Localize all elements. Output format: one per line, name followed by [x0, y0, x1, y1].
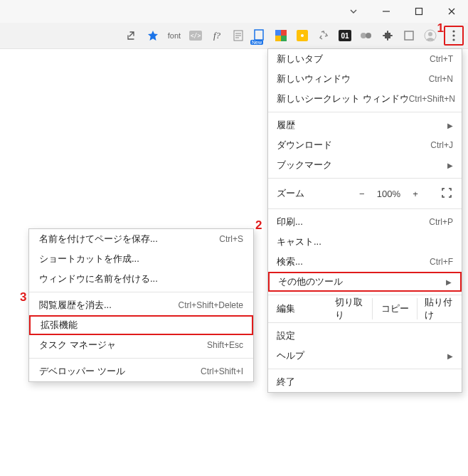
- menu-exit[interactable]: 終了: [268, 372, 462, 392]
- share-icon[interactable]: [124, 28, 139, 43]
- ext-font-icon[interactable]: font: [166, 28, 182, 43]
- svg-rect-11: [275, 36, 281, 41]
- svg-rect-19: [405, 31, 413, 40]
- svg-point-21: [428, 32, 432, 36]
- window-titlebar: [0, 0, 468, 23]
- ext-code-icon[interactable]: </>: [188, 28, 203, 43]
- browser-toolbar: font </> f? New 01: [0, 23, 468, 49]
- svg-point-17: [361, 33, 366, 38]
- separator: [29, 292, 253, 292]
- ext-new-icon[interactable]: New: [252, 28, 267, 43]
- menu-help[interactable]: ヘルプ▶: [268, 346, 462, 366]
- separator: [268, 178, 462, 179]
- ext-f-icon[interactable]: f?: [209, 28, 225, 43]
- submenu-clear-history[interactable]: 閲覧履歴を消去...Ctrl+Shift+Delete: [29, 295, 253, 315]
- callout-3: 3: [20, 290, 26, 305]
- edit-paste[interactable]: 貼り付け: [418, 298, 462, 319]
- svg-point-22: [452, 30, 454, 32]
- callout-2: 2: [255, 218, 262, 233]
- svg-rect-8: [255, 30, 263, 40]
- menu-edit-row: 編集 切り取り コピー 貼り付け: [268, 298, 462, 319]
- submenu-dev-tools[interactable]: デベロッパー ツールCtrl+Shift+I: [29, 361, 253, 381]
- ext-yellow-icon[interactable]: [294, 28, 310, 43]
- separator: [268, 112, 462, 112]
- menu-history[interactable]: 履歴▶: [268, 115, 462, 135]
- callout-1: 1: [437, 21, 444, 36]
- menu-find[interactable]: 検索...Ctrl+F: [268, 252, 462, 272]
- ext-01-icon[interactable]: 01: [337, 28, 353, 43]
- menu-bookmarks[interactable]: ブックマーク▶: [268, 155, 462, 175]
- menu-new-window[interactable]: 新しいウィンドウCtrl+N: [268, 69, 462, 89]
- star-icon[interactable]: [145, 28, 161, 43]
- menu-new-tab[interactable]: 新しいタブCtrl+T: [268, 49, 462, 69]
- more-tools-submenu: 名前を付けてページを保存...Ctrl+S ショートカットを作成... ウィンド…: [28, 228, 254, 382]
- menu-incognito[interactable]: 新しいシークレット ウィンドウCtrl+Shift+N: [268, 89, 462, 109]
- svg-rect-12: [281, 36, 287, 41]
- submenu-extensions[interactable]: 拡張機能: [29, 315, 253, 335]
- ext-doc-icon[interactable]: [230, 28, 246, 43]
- menu-zoom: ズーム − 100% +: [268, 181, 462, 206]
- svg-rect-1: [416, 9, 422, 15]
- svg-point-23: [452, 34, 454, 36]
- menu-more-tools[interactable]: その他のツール▶: [268, 272, 462, 292]
- maximize-button[interactable]: [403, 0, 435, 23]
- submenu-name-window[interactable]: ウィンドウに名前を付ける...: [29, 269, 253, 289]
- chevron-right-icon: ▶: [446, 278, 452, 286]
- separator: [268, 295, 462, 295]
- zoom-in-button[interactable]: +: [409, 189, 422, 199]
- chevron-right-icon: ▶: [447, 162, 453, 169]
- submenu-save-as[interactable]: 名前を付けてページを保存...Ctrl+S: [29, 229, 253, 249]
- zoom-label: ズーム: [277, 187, 304, 200]
- edit-cut[interactable]: 切り取り: [328, 298, 373, 319]
- svg-rect-10: [281, 30, 287, 36]
- minimize-button[interactable]: [370, 0, 403, 23]
- ext-google-icon[interactable]: [273, 28, 289, 43]
- separator: [268, 369, 462, 369]
- ext-recycle-icon[interactable]: [316, 28, 331, 43]
- ext-square-icon[interactable]: [401, 28, 417, 43]
- edit-label: 編集: [268, 298, 328, 319]
- ext-spheres-icon[interactable]: [358, 28, 374, 43]
- menu-print[interactable]: 印刷...Ctrl+P: [268, 212, 462, 232]
- chevron-right-icon: ▶: [447, 352, 453, 360]
- close-button[interactable]: [435, 0, 468, 23]
- edit-copy[interactable]: コピー: [373, 298, 418, 319]
- menu-downloads[interactable]: ダウンロードCtrl+J: [268, 135, 462, 155]
- zoom-out-button[interactable]: −: [356, 189, 368, 199]
- svg-point-18: [366, 33, 371, 38]
- profile-icon[interactable]: [422, 28, 438, 43]
- menu-cast[interactable]: キャスト...: [268, 232, 462, 252]
- svg-rect-9: [275, 30, 281, 36]
- chevron-right-icon: ▶: [447, 122, 453, 129]
- separator: [268, 322, 462, 323]
- fullscreen-icon[interactable]: [440, 188, 453, 200]
- extensions-puzzle-icon[interactable]: [380, 28, 395, 43]
- svg-point-14: [301, 34, 304, 37]
- main-menu: 新しいタブCtrl+T 新しいウィンドウCtrl+N 新しいシークレット ウィン…: [267, 48, 462, 393]
- separator: [29, 358, 253, 359]
- svg-point-24: [452, 38, 454, 41]
- menu-kebab-button[interactable]: [444, 26, 464, 46]
- submenu-task-manager[interactable]: タスク マネージャShift+Esc: [29, 335, 253, 355]
- svg-text:01: 01: [341, 32, 349, 40]
- zoom-value: 100%: [377, 189, 400, 199]
- svg-text:</>: </>: [191, 33, 201, 39]
- submenu-create-shortcut[interactable]: ショートカットを作成...: [29, 249, 253, 269]
- menu-settings[interactable]: 設定: [268, 326, 462, 346]
- chevron-down-icon[interactable]: [337, 0, 370, 23]
- separator: [268, 208, 462, 209]
